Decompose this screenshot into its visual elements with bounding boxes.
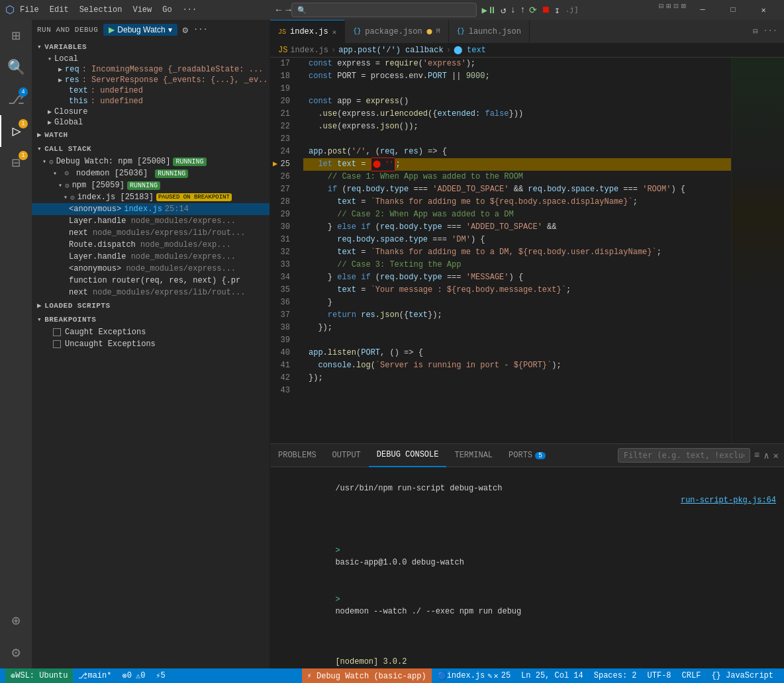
status-debug[interactable]: ⚡ Debug Watch (basic-app) (302, 668, 432, 683)
menu-edit[interactable]: Edit (50, 5, 69, 15)
status-position[interactable]: Ln 25, Col 14 (516, 668, 589, 683)
split-editor-btn[interactable]: ⊟ (752, 25, 759, 38)
panel-tab-ports[interactable]: PORTS 5 (501, 444, 554, 467)
debug-config-btn[interactable]: ▶ Debug Watch ▾ (103, 24, 177, 36)
status-errors[interactable]: ⊗ 0 ⚠ 0 (117, 668, 150, 683)
maximize-btn[interactable]: □ (718, 0, 748, 20)
close-btn[interactable]: ✕ (748, 0, 779, 20)
debug-more-btn[interactable]: ↧ (554, 5, 560, 16)
npm-cmd-link[interactable]: run-script-pkg.js:64 (681, 494, 776, 506)
activity-debug[interactable]: ▷ 1 (0, 115, 32, 147)
menu-selection[interactable]: Selection (79, 5, 122, 15)
activity-source-control[interactable]: ⎇ 4 (0, 83, 32, 115)
titlebar-search[interactable]: 🔍 (291, 3, 477, 17)
panel-tab-debug-console[interactable]: DEBUG CONSOLE (369, 444, 447, 467)
panel-tab-terminal[interactable]: TERMINAL (446, 444, 501, 467)
var-text[interactable]: text : undefined (32, 85, 270, 96)
var-this[interactable]: this : undefined (32, 96, 270, 107)
cs-function-router[interactable]: function router(req, res, next) {.pr (32, 275, 270, 287)
menu-more[interactable]: ··· (183, 5, 197, 15)
activity-settings[interactable]: ⚙ (0, 637, 32, 668)
layout-btn[interactable]: ⊟ (658, 0, 665, 20)
status-eol[interactable]: CRLF (677, 668, 707, 683)
cs-npm[interactable]: ▾ ⚙ npm [25059] RUNNING (32, 179, 270, 191)
cs-indexjs[interactable]: ▾ ⚙ index.js [25183] PAUSED ON BREAKPOIN… (32, 191, 270, 203)
ln-35: 35 (270, 284, 295, 296)
tab-package-json[interactable]: {} package.json ⬤ M (345, 20, 448, 43)
status-ports[interactable]: ⚡ 5 (150, 668, 170, 683)
cs-layer-handle-2[interactable]: Layer.handle node_modules/expres... (32, 251, 270, 263)
cs-group-debug-watch[interactable]: ▾ ⚙ Debug Watch: npm [25008] RUNNING (32, 156, 270, 167)
panel-tab-problems[interactable]: PROBLEMS (270, 444, 324, 467)
status-branch[interactable]: ⎇ main* (73, 668, 117, 683)
cs-next-1[interactable]: next node_modules/express/lib/rout... (32, 227, 270, 239)
cs-next-2[interactable]: next node_modules/express/lib/rout... (32, 287, 270, 298)
closure-group[interactable]: ▶ Closure (32, 107, 270, 117)
tab-index-js[interactable]: JS index.js ✕ (270, 20, 345, 43)
menu-file[interactable]: File (20, 5, 39, 15)
bp-uncaught-checkbox[interactable] (53, 340, 61, 348)
activity-explorer[interactable]: ⊞ (0, 20, 32, 52)
loaded-scripts-header[interactable]: ▶ LOADED SCRIPTS (32, 298, 270, 312)
minimize-btn[interactable]: ─ (687, 0, 718, 20)
debug-step-out-btn[interactable]: ↑ (520, 5, 525, 15)
panel-filter-list-icon[interactable]: ≡ (754, 450, 760, 461)
variables-header[interactable]: ▾ VARIABLES (32, 40, 270, 54)
activity-search[interactable]: 🔍 (0, 52, 32, 83)
debug-toolbar-container: RUN AND DEBUG ▶ Debug Watch ▾ ⚙ ··· (32, 20, 270, 40)
cs-nodemon[interactable]: ▾ ⚙ nodemon [25036] RUNNING (32, 167, 270, 179)
breakpoints-header[interactable]: ▾ BREAKPOINTS (32, 312, 270, 326)
panel-tab-output[interactable]: OUTPUT (324, 444, 369, 467)
menu-bar[interactable]: File Edit Selection View Go ··· (20, 5, 197, 15)
debug-restart-btn[interactable]: ⟳ (529, 5, 537, 16)
cs-anonymous-2[interactable]: <anonymous> node_modules/express... (32, 263, 270, 275)
debug-continue-btn[interactable]: ▶⏸ (482, 5, 497, 16)
bp-uncaught-exceptions[interactable]: Uncaught Exceptions (32, 338, 270, 350)
bp-caught-exceptions[interactable]: Caught Exceptions (32, 326, 270, 338)
activity-extensions[interactable]: ⊟ 1 (0, 147, 32, 179)
debug-step-over-btn[interactable]: ↺ (501, 5, 506, 16)
panel-collapse-btn[interactable]: ∧ (763, 450, 769, 461)
tab-index-js-close[interactable]: ✕ (332, 28, 337, 36)
watch-header[interactable]: ▶ WATCH (32, 128, 270, 142)
menu-view[interactable]: View (132, 5, 152, 15)
layout2-btn[interactable]: ⊞ (665, 0, 672, 20)
cs-layer-handle-1[interactable]: Layer.handle node_modules/expres... (32, 215, 270, 227)
debug-stop-btn[interactable]: ⏹ (541, 5, 550, 15)
code-line-26: // Case 1: When App was added to the ROO… (303, 171, 731, 183)
layout4-btn[interactable]: ⊠ (680, 0, 687, 20)
bc-filename[interactable]: index.js (290, 46, 328, 55)
debug-config-name: Debug Watch (117, 25, 165, 34)
code-line-25: let text = ⬤ ''; (303, 158, 731, 171)
debug-gear-icon[interactable]: ⚙ (183, 24, 188, 36)
menu-go[interactable]: Go (162, 5, 172, 15)
cs-anonymous[interactable]: <anonymous> index.js 25:14 (32, 203, 270, 215)
tab-launch-json[interactable]: {} launch.json (449, 20, 530, 43)
tab-more-btn[interactable]: ··· (761, 25, 779, 38)
status-remote[interactable]: ⊕ WSL: Ubuntu (5, 668, 73, 683)
local-group[interactable]: ▾ Local (32, 54, 270, 64)
req-arrow: ▶ (58, 66, 62, 73)
bc-variable[interactable]: ⬤ text (454, 45, 486, 55)
nav-back-btn[interactable]: ← (276, 5, 281, 15)
debug-more-icon[interactable]: ··· (193, 25, 208, 34)
panel-filter-input[interactable] (618, 448, 750, 463)
panel-content[interactable]: /usr/bin/npm run-script debug-watch run-… (270, 467, 784, 668)
global-group[interactable]: ▶ Global (32, 117, 270, 128)
var-res[interactable]: ▶ res : ServerResponse {_events: {...}, … (32, 75, 270, 85)
debug-step-into-btn[interactable]: ↓ (510, 5, 515, 15)
layout3-btn[interactable]: ⊡ (673, 0, 680, 20)
cs-route-dispatch[interactable]: Route.dispatch node_modules/exp... (32, 239, 270, 251)
nav-forward-btn[interactable]: → (285, 5, 291, 15)
activity-remote[interactable]: ⊕ (0, 605, 32, 637)
callstack-header[interactable]: ▾ CALL STACK (32, 142, 270, 156)
status-language[interactable]: {} JavaScript (706, 668, 779, 683)
panel-close-btn[interactable]: ✕ (773, 450, 779, 461)
status-filename[interactable]: 🔵 index.js ✎ ✕ 25 (432, 668, 516, 683)
status-encoding[interactable]: UTF-8 (642, 668, 677, 683)
bc-function[interactable]: app.post('/') callback (338, 46, 443, 55)
code-content[interactable]: const express = require('express'); cons… (303, 58, 731, 443)
var-req[interactable]: ▶ req : IncomingMessage {_readableState:… (32, 64, 270, 75)
bp-caught-checkbox[interactable] (53, 328, 61, 336)
status-spaces[interactable]: Spaces: 2 (589, 668, 642, 683)
